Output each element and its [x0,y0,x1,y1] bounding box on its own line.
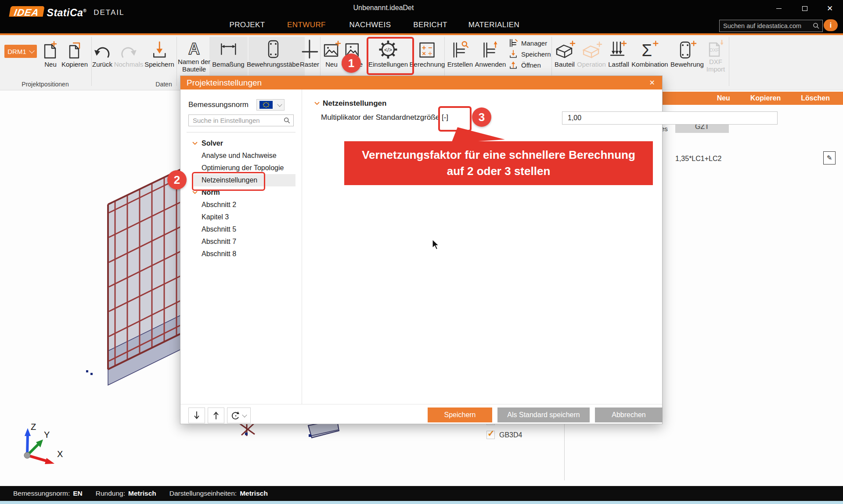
dialog-title: Projekteinstellungen [180,78,649,88]
calculation-button[interactable]: + − × ÷ Berechnung [410,38,445,68]
edit-button[interactable]: ✎ [823,151,836,164]
copy-position-button[interactable]: Kopieren [61,38,88,68]
save-as-default-button[interactable]: Als Standard speichern [497,407,590,422]
tab-materialien[interactable]: MATERIALIEN [468,21,520,29]
reset-defaults-button[interactable] [227,407,251,423]
mesh-multiplier-label: Multiplikator der Standardnetzgröße [-] [321,113,448,122]
template-apply-button[interactable]: Anwenden [475,38,506,68]
mesh-section-header[interactable]: Netzeinstellungen [314,99,386,108]
save-small-icon [508,50,518,58]
info-button[interactable]: i [824,19,838,31]
status-display-units: Darstellungseinheiten:Metrisch [169,490,268,497]
template-open-button[interactable]: Öffnen [508,61,551,69]
project-item-selector[interactable]: DRM1 [4,45,37,58]
tree-item-abschnitt-5[interactable]: Abschnitt 5 [180,223,302,236]
list-item-gb3d4[interactable]: ✓ GB3D4 [486,431,522,439]
ribbon-separator [729,37,729,86]
chevron-down-icon [29,48,35,54]
dimension-button[interactable]: Bemaßung [212,38,244,68]
tab-bericht[interactable]: BERICHT [413,21,447,29]
template-manager-button[interactable]: Manager [508,39,551,47]
template-stack: Manager Speichern Öffnen [508,39,551,69]
mesh-section-title: Netzeinstellungen [323,99,386,108]
panel-copy-button[interactable]: Kopieren [750,94,781,102]
status-rounding: Rundung:Metrisch [96,490,156,497]
template-create-button[interactable]: Erstellen [447,38,473,68]
tab-entwurf[interactable]: ENTWURF [287,21,326,29]
search-icon [284,117,290,124]
tree-section-solver[interactable]: Solver [180,137,302,150]
undo-icon [92,39,112,61]
design-code-dropdown[interactable] [256,99,285,111]
dialog-footer: Speichern Als Standard speichern Abbrech… [180,404,662,425]
annotation-step-1: 1 [342,54,361,73]
move-up-button[interactable] [208,407,224,423]
annotation-box-settings [367,37,414,75]
redo-button[interactable]: Nochmals [114,38,144,68]
move-down-button[interactable] [188,407,205,423]
grid-icon [300,39,319,61]
tree-item-abschnitt-2[interactable]: Abschnitt 2 [180,199,302,211]
new-position-button[interactable]: Neu [40,38,61,68]
tab-nachweis[interactable]: NACHWEIS [349,21,391,29]
project-settings-dialog: Projekteinstellungen ✕ Bemessungsnorm [180,75,663,424]
reinforcement-button[interactable]: Bewehrung [670,38,704,68]
tree-item-abschnitt-7[interactable]: Abschnitt 7 [180,236,302,248]
group-label-daten: Daten [155,81,172,88]
member-names-button[interactable]: A Namen der Bauteile [178,38,210,73]
minimize-button[interactable] [770,3,788,14]
operation-button[interactable]: Operation [577,38,606,68]
annotation-callout: Vernetzungsfaktor für eine schnellere Be… [344,141,653,185]
settings-search-box[interactable] [188,114,294,126]
combination-formula: 1,35*LC1+LC2 [675,155,721,163]
copy-icon [65,39,85,61]
new-document-icon [40,39,61,61]
status-bar: Bemessungsnorm:EN Rundung:Metrisch Darst… [0,486,843,501]
group-label-projektpositionen: Projektpositionen [22,81,68,88]
new-picture-button[interactable]: Neu [321,38,342,68]
tree-item-kapitel-3[interactable]: Kapitel 3 [180,211,302,223]
grid-button[interactable]: Raster [300,38,319,68]
close-button[interactable]: ✕ [821,3,839,14]
stirrup-icon [263,39,283,61]
web-search-box[interactable] [719,20,823,32]
cancel-button[interactable]: Abbrechen [595,407,663,422]
axes-triad: Z Y X [13,420,79,473]
checkbox-checked-icon[interactable]: ✓ [486,431,495,439]
divider [187,132,295,132]
save-button[interactable]: Speichern [428,407,492,422]
ribbon-tab-row: PROJEKT ENTWURF NACHWEIS BERICHT MATERIA… [0,17,843,35]
minimize-icon [776,8,782,9]
svg-text:÷: ÷ [429,50,432,57]
member-button[interactable]: Bauteil [553,38,576,68]
bottom-accent-strip [0,501,843,504]
search-icon [813,22,820,29]
dialog-header[interactable]: Projekteinstellungen ✕ [180,76,662,89]
ribbon-separator [91,37,92,86]
combination-button[interactable]: Σ Kombination [631,38,668,68]
rebar-button[interactable]: Bewehrungsstäbe [247,38,299,68]
dialog-close-button[interactable]: ✕ [649,79,662,87]
chevron-down-icon [192,191,198,194]
panel-new-button[interactable]: Neu [717,94,730,102]
dialog-left-column: Bemessungsnorm [180,89,302,404]
save-icon [149,39,169,61]
picture-plus-icon [321,39,342,61]
tab-projekt[interactable]: PROJEKT [229,21,265,29]
load-arrows-icon [607,39,630,61]
tree-item-analyse[interactable]: Analyse und Nachweise [180,150,302,162]
template-save-button[interactable]: Speichern [508,50,551,58]
web-search-input[interactable] [722,22,810,30]
mesh-multiplier-input[interactable] [562,111,778,125]
settings-search-input[interactable] [192,116,281,125]
mouse-cursor [432,239,440,250]
save-button[interactable]: Speichern [144,38,174,68]
maximize-button[interactable] [796,3,814,14]
undo-button[interactable]: Zurück [92,38,112,68]
load-case-button[interactable]: Lastfall [607,38,630,68]
panel-delete-button[interactable]: Löschen [801,94,830,102]
open-small-icon [508,61,518,69]
tree-item-abschnitt-8[interactable]: Abschnitt 8 [180,248,302,260]
arrow-down-icon [193,411,200,420]
dxf-import-button[interactable]: DXF DXF Import [705,38,726,73]
